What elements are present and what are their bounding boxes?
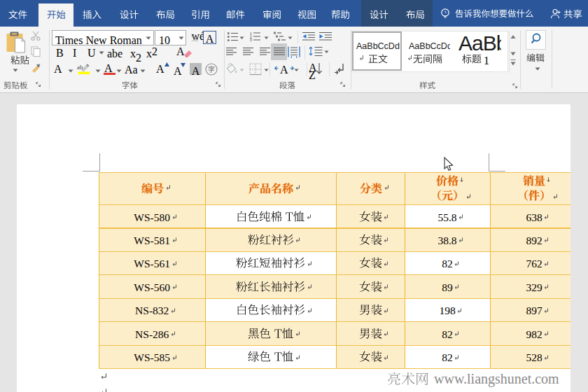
svg-text:3: 3 bbox=[250, 38, 252, 42]
